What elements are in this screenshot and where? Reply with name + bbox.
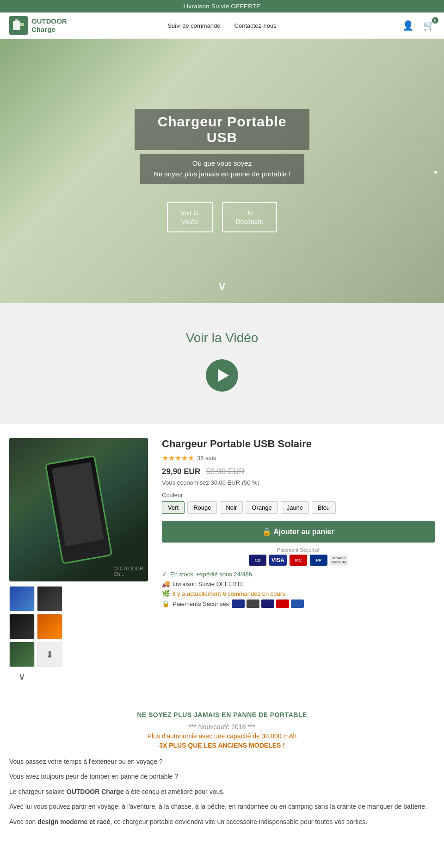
brand-name: OUTDOOR Charge [67,788,124,795]
product-info-text: NE SOYEZ PLUS JAMAIS EN PANNE DE PORTABL… [0,702,444,841]
thumbnail-scroll-down[interactable]: ∨ [9,669,35,683]
logo-text: OUTDOOR Charge [31,17,67,34]
secure-payment-label: Paiement Sécurisé [162,547,435,553]
check-icon: ✓ [162,570,167,578]
hero-btn-video[interactable]: Voir laVidéo [167,202,213,232]
thumbnail-orange[interactable] [37,614,62,639]
payment-mastercard: MC [290,555,307,566]
payment-visa: VISA [269,555,287,566]
main-product-image: ©OUTDOORCh... [9,438,148,581]
color-bleu[interactable]: Bleu [312,501,336,514]
color-options: Vert Rouge Noir Orange Jaune Bleu [162,501,435,514]
color-vert[interactable]: Vert [162,501,185,514]
color-rouge[interactable]: Rouge [187,501,217,514]
play-button[interactable] [206,359,238,392]
info-capacity: Plus d'autonomie avec une capacité de 30… [9,732,435,740]
truck-icon: 🚚 [162,580,170,587]
thumbnail-list: ⬇ ∨ [9,586,153,683]
pib-2 [247,599,259,608]
pib-4 [276,599,289,608]
hero-subtitle: Où que vous soyez Ne soyez plus jamais e… [140,154,304,184]
svg-rect-1 [15,19,18,21]
svg-rect-2 [20,23,24,26]
info-para-3: Le chargeur solaire OUTDOOR Charge a été… [9,787,435,797]
commandes-info: 🌿 Il y a actuellement 6 commandes en cou… [162,590,435,597]
payment-mcafee: McAfeeSECURE [330,555,348,566]
info-para-4: Avec lui vous pouvez partir en voyage, à… [9,801,435,812]
payment-icons-bottom [232,599,304,608]
delivery-info: 🚚 Livraison Suivie OFFERTE [162,580,435,587]
reviews-count: 36 avis [197,455,216,462]
payment-cb: CB [249,555,266,566]
add-to-cart-button[interactable]: 🔒 Ajouter au panier [162,521,435,543]
current-price: 29,90 EUR [162,467,200,476]
thumbnail-row-2 [9,614,153,639]
product-section: ©OUTDOORCh... ⬇ ∨ Chargeur Portable USB … [0,424,444,702]
lock-icon: 🔒 [162,600,170,607]
stock-info: ✓ En stock, expédié sous 24/48h [162,570,435,578]
color-noir[interactable]: Noir [220,501,243,514]
cart-icon[interactable]: 🛒 0 [423,20,435,31]
info-para-1: Vous passez votre temps à l'extérieur ou… [9,756,435,767]
thumbnail-row-1 [9,586,153,612]
hero-btn-discover[interactable]: JeDécouvre [222,202,278,232]
stars-area: ★★★★★ 36 avis [162,454,435,462]
top-banner-text: Livraison Suivie OFFERTE [183,3,260,10]
thumbnail-dark[interactable] [37,586,62,612]
pib-5 [291,599,304,608]
svg-rect-0 [13,21,20,30]
product-title: Chargeur Portable USB Solaire [162,438,435,450]
secure-payment: Paiement Sécurisé CB VISA MC PP McAfeeSE… [162,547,435,566]
star-rating: ★★★★★ [162,454,194,462]
payments-info-line: 🔒 Paiements Sécurisés [162,599,435,608]
pib-1 [232,599,245,608]
product-images: ©OUTDOORCh... ⬇ ∨ [9,438,153,683]
hero-section: Chargeur Portable USB Où que vous soyez … [0,39,444,303]
info-para-2: Vous avez toujours peur de tomber en pan… [9,771,435,781]
hero-chevron[interactable]: ∨ [217,278,227,293]
device-render [45,455,113,564]
payment-paypal: PP [310,555,327,566]
thumbnail-row-3: ⬇ [9,642,153,667]
info-nouveaute: *** Nouveauté 2018 *** [9,723,435,731]
color-orange[interactable]: Orange [246,501,278,514]
hero-title: Chargeur Portable USB [135,109,310,150]
hero-buttons: Voir laVidéo JeDécouvre [167,202,278,232]
image-watermark: ©OUTDOORCh... [114,566,143,577]
video-title: Voir la Vidéo [0,331,444,345]
thumbnail-more[interactable]: ⬇ [37,642,62,667]
color-label: Couleur [162,492,435,499]
color-jaune[interactable]: Jaune [281,501,309,514]
header-icons: 👤 🛒 0 [402,20,435,31]
pib-3 [261,599,274,608]
header: OUTDOOR Charge Suivi de commande Contact… [0,12,444,39]
thumbnail-black[interactable] [9,614,35,639]
device-screen [51,462,104,546]
leaf-icon: 🌿 [162,590,170,597]
design-bold: design moderne et racé [37,818,110,825]
old-price: 59,90 EUR [206,467,245,476]
price-area: 29,90 EUR 59,90 EUR [162,467,435,476]
thumbnail-green[interactable] [9,642,35,667]
main-nav: Suivi de commande Contactez-nous [167,22,276,29]
video-section: Voir la Vidéo [0,303,444,424]
thumbnail-blue[interactable] [9,586,35,612]
hero-dot [434,171,437,174]
info-headline: NE SOYEZ PLUS JAMAIS EN PANNE DE PORTABL… [9,711,435,718]
cart-badge: 0 [432,17,438,24]
info-triple: 3X PLUS QUE LES ANCIENS MODELES ! [9,742,435,749]
payment-logos: CB VISA MC PP McAfeeSECURE [162,555,435,566]
savings-text: Vous économisez 30,00 EUR (50 %) [162,479,435,486]
logo[interactable]: OUTDOOR Charge [9,16,67,35]
product-details: Chargeur Portable USB Solaire ★★★★★ 36 a… [162,438,435,683]
user-icon[interactable]: 👤 [402,20,414,31]
nav-contact[interactable]: Contactez-nous [234,22,277,29]
info-para-5: Avec son design moderne et racé, ce char… [9,817,435,827]
top-banner: Livraison Suivie OFFERTE [0,0,444,12]
nav-suivi[interactable]: Suivi de commande [167,22,220,29]
logo-icon [9,16,28,35]
